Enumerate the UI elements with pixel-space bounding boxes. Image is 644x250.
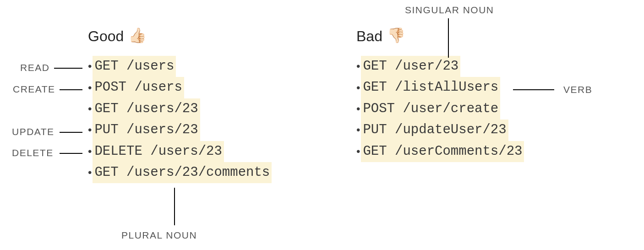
bullet-icon: • [88, 103, 93, 114]
list-item: •GET /userComments/23 [356, 141, 524, 162]
bullet-icon: • [88, 82, 93, 93]
bullet-icon: • [356, 82, 361, 93]
list-item: •POST /user/create [356, 98, 524, 120]
connector-line [513, 89, 554, 90]
connector-line [60, 89, 82, 90]
annotation-read: READ [20, 62, 49, 73]
bad-code: GET /listAllUsers [361, 77, 500, 98]
list-item: •GET /users/23/comments [88, 162, 272, 183]
list-item: •GET /user/23 [356, 56, 524, 77]
bullet-icon: • [88, 146, 93, 157]
bad-code: POST /user/create [361, 98, 500, 120]
list-item: •GET /listAllUsers [356, 77, 524, 98]
annotation-create: CREATE [13, 84, 55, 95]
list-item: •DELETE /users/23 [88, 141, 272, 162]
connector-line [60, 153, 82, 154]
good-code: GET /users/23/comments [93, 162, 272, 183]
list-item: •PUT /updateUser/23 [356, 120, 524, 141]
annotation-verb: VERB [563, 84, 592, 95]
good-code: DELETE /users/23 [93, 141, 224, 162]
good-code: GET /users/23 [93, 98, 200, 120]
annotation-delete: DELETE [12, 147, 54, 158]
bullet-icon: • [356, 103, 361, 114]
bullet-icon: • [88, 61, 93, 72]
bullet-icon: • [356, 146, 361, 157]
bullet-icon: • [356, 61, 361, 72]
bad-code: GET /user/23 [361, 56, 460, 77]
good-title: Good [88, 28, 124, 45]
bad-code: GET /userComments/23 [361, 141, 524, 162]
connector-line [174, 188, 175, 225]
bad-code: PUT /updateUser/23 [361, 120, 508, 141]
list-item: •GET /users [88, 56, 272, 77]
connector-line [60, 132, 82, 133]
bad-title: Bad [356, 28, 382, 45]
bullet-icon: • [88, 125, 93, 136]
connector-line [54, 68, 82, 69]
bad-heading: Bad 👎🏻 [356, 27, 405, 45]
thumbs-up-icon: 👍🏻 [128, 27, 147, 44]
annotation-plural-noun: PLURAL NOUN [121, 230, 197, 241]
bullet-icon: • [88, 167, 93, 178]
bad-list: •GET /user/23 •GET /listAllUsers •POST /… [356, 56, 524, 162]
good-list: •GET /users •POST /users •GET /users/23 … [88, 56, 272, 183]
list-item: •POST /users [88, 77, 272, 98]
list-item: •PUT /users/23 [88, 120, 272, 141]
good-code: POST /users [93, 77, 184, 98]
good-code: PUT /users/23 [93, 120, 200, 141]
good-heading: Good 👍🏻 [88, 27, 147, 45]
annotation-singular-noun: SINGULAR NOUN [405, 5, 494, 16]
connector-line [448, 18, 449, 58]
bullet-icon: • [356, 125, 361, 136]
good-code: GET /users [93, 56, 176, 77]
annotation-update: UPDATE [12, 126, 55, 137]
thumbs-down-icon: 👎🏻 [387, 27, 405, 44]
list-item: •GET /users/23 [88, 98, 272, 120]
